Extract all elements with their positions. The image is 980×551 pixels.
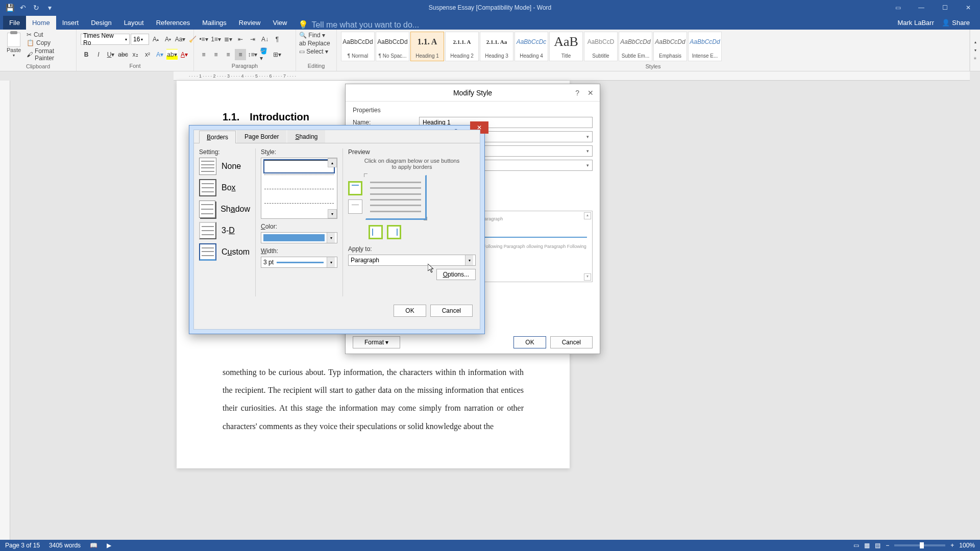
border-middle-button[interactable] [348,199,362,214]
tab-shading[interactable]: Shading [287,130,325,143]
style-option-solid[interactable] [264,160,334,172]
account-name[interactable]: Mark LaBarr [892,16,939,30]
styles-scroll-down-icon[interactable]: ▾ [970,46,981,55]
options-button[interactable]: Options... [436,269,476,280]
border-color-combo[interactable]: ▾ [261,232,337,243]
find-button[interactable]: 🔍 Find ▾ [299,32,325,39]
select-button[interactable]: ▭ Select ▾ [299,48,328,55]
font-name-combo[interactable]: Times New Ro▾ [81,34,130,45]
tab-home[interactable]: Home [26,16,56,30]
cancel-button[interactable]: Cancel [550,336,593,348]
grow-font-icon[interactable]: A▴ [150,34,161,45]
style-gallery-item[interactable]: AaBbCcDdEmphasis [653,32,687,61]
print-layout-icon[interactable]: ▦ [864,542,870,549]
underline-button[interactable]: U▾ [105,49,116,60]
numbering-icon[interactable]: 1≡▾ [210,34,222,45]
styles-more-icon[interactable]: ≡ [970,55,981,63]
border-top-button[interactable] [348,181,362,195]
strikethrough-button[interactable]: abc [117,49,129,60]
cut-button[interactable]: ✂Cut [27,31,73,39]
font-color-icon[interactable]: A▾ [179,49,190,60]
close-icon[interactable]: ✕ [581,84,600,102]
style-gallery-item[interactable]: AaBbCcDdIntense E... [688,32,722,61]
setting-custom[interactable]: Custom [199,243,250,261]
ok-button[interactable]: OK [394,305,426,317]
show-marks-icon[interactable]: ¶ [272,34,283,45]
style-option-dotted[interactable] [264,174,334,187]
scroll-up-icon[interactable]: ▴ [328,158,337,167]
scroll-down-icon[interactable]: ▾ [328,209,337,218]
highlight-icon[interactable]: ab▾ [166,49,178,60]
ok-button[interactable]: OK [513,336,546,348]
style-gallery-item[interactable]: AaBbCcDd¶ Normal [341,32,375,61]
scroll-up-icon[interactable]: ▴ [584,212,591,219]
increase-indent-icon[interactable]: ⇥ [247,34,258,45]
minimize-icon[interactable]: — [910,0,933,15]
tab-review[interactable]: Review [233,16,267,30]
apply-to-combo[interactable]: Paragraph ▾ [348,255,476,266]
web-layout-icon[interactable]: ▤ [875,542,880,549]
tab-file[interactable]: File [3,16,26,30]
line-spacing-icon[interactable]: ↕≡▾ [247,49,258,60]
format-painter-button[interactable]: 🖌Format Painter [27,47,73,62]
superscript-button[interactable]: x² [142,49,153,60]
shrink-font-icon[interactable]: A▾ [162,34,174,45]
align-center-icon[interactable]: ≡ [210,49,222,60]
setting-3d[interactable]: 3-D [199,222,250,239]
justify-icon[interactable]: ≡ [235,49,246,60]
italic-button[interactable]: I [93,49,104,60]
tell-me-search[interactable]: 💡 Tell me what you want to do... [298,20,419,30]
align-left-icon[interactable]: ≡ [198,49,209,60]
zoom-slider[interactable] [894,544,945,546]
close-icon[interactable]: ✕ [957,0,980,15]
align-right-icon[interactable]: ≡ [223,49,234,60]
border-width-combo[interactable]: 3 pt ▾ [261,257,337,268]
text-effects-icon[interactable]: A▾ [154,49,165,60]
tab-page-border[interactable]: Page Border [237,130,286,143]
setting-none[interactable]: None [199,158,250,175]
tab-mailings[interactable]: Mailings [196,16,233,30]
border-right-button[interactable] [387,225,401,239]
undo-icon[interactable]: ↶ [18,3,28,12]
style-gallery-item[interactable]: AaBbCcDcHeading 4 [514,32,548,61]
style-gallery-item[interactable]: 1.1. AHeading 1 [410,32,444,61]
style-option-dashed[interactable] [264,189,334,201]
zoom-out-icon[interactable]: − [886,542,889,549]
copy-button[interactable]: 📋Copy [27,39,73,47]
shading-icon[interactable]: 🪣▾ [259,49,271,60]
word-count[interactable]: 3405 words [49,542,81,549]
zoom-level[interactable]: 100% [959,542,975,549]
style-gallery-item[interactable]: AaBTitle [549,32,583,61]
dialog-title-bar[interactable]: Modify Style ? ✕ [346,84,600,102]
change-case-icon[interactable]: Aa▾ [175,34,186,45]
bold-button[interactable]: B [81,49,92,60]
paste-button[interactable]: Paste ▾ [3,31,24,58]
share-button[interactable]: 👤 Share [937,16,975,30]
scroll-down-icon[interactable]: ▾ [584,273,591,281]
setting-shadow[interactable]: Shadow [199,201,250,218]
zoom-in-icon[interactable]: + [950,542,954,549]
multilevel-icon[interactable]: ≣▾ [223,34,234,45]
tab-insert[interactable]: Insert [56,16,85,30]
border-preview-diagram[interactable] [365,175,427,220]
style-gallery-item[interactable]: AaBbCcDSubtitle [584,32,618,61]
style-gallery-item[interactable]: 2.1.1. AHeading 2 [445,32,479,61]
border-style-listbox[interactable]: ▴ ▾ [261,158,337,219]
page-indicator[interactable]: Page 3 of 15 [5,542,40,549]
bullets-icon[interactable]: •≡▾ [198,34,209,45]
sort-icon[interactable]: A↓ [259,34,271,45]
style-gallery-item[interactable]: 2.1.1. AaHeading 3 [480,32,513,61]
style-gallery-item[interactable]: AaBbCcDdSubtle Em... [619,32,652,61]
save-icon[interactable]: 💾 [5,3,14,12]
borders-icon[interactable]: ⊞▾ [272,49,283,60]
macros-icon[interactable]: ▶ [107,542,111,549]
redo-icon[interactable]: ↻ [32,3,41,12]
tab-borders[interactable]: Borders [199,131,236,143]
help-icon[interactable]: ? [575,89,579,97]
vertical-ruler[interactable] [0,81,10,540]
tab-view[interactable]: View [266,16,293,30]
tab-design[interactable]: Design [85,16,117,30]
style-option-dashed2[interactable] [264,203,334,215]
tab-references[interactable]: References [150,16,196,30]
subscript-button[interactable]: x₂ [130,49,141,60]
